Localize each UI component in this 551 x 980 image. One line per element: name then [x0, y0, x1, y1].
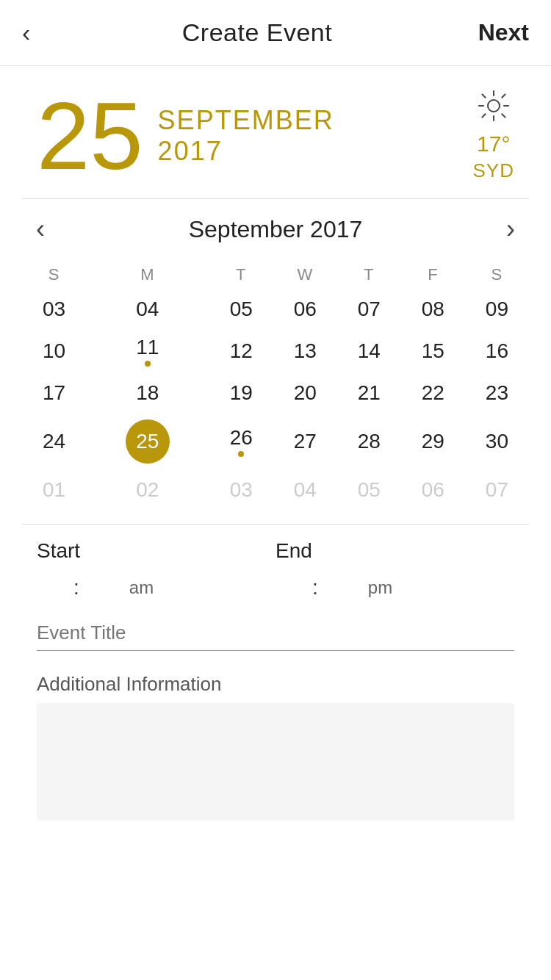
- calendar-day[interactable]: 27: [273, 412, 337, 471]
- calendar-day[interactable]: 15: [401, 328, 465, 374]
- calendar-day[interactable]: 18: [86, 374, 209, 412]
- weekday-header: T: [209, 259, 273, 290]
- calendar-day[interactable]: 16: [465, 328, 529, 374]
- event-dot: [238, 451, 244, 457]
- calendar-day[interactable]: 29: [401, 412, 465, 471]
- calendar-day[interactable]: 11: [86, 328, 209, 374]
- calendar-divider: [22, 524, 529, 525]
- calendar-day[interactable]: 23: [465, 374, 529, 412]
- end-label: End: [276, 539, 514, 563]
- calendar-day[interactable]: 02: [86, 471, 209, 509]
- hero-month: SEPTEMBER: [158, 105, 334, 136]
- calendar-day[interactable]: 04: [86, 290, 209, 328]
- additional-block: Additional Information: [0, 673, 551, 835]
- next-month-button[interactable]: ›: [492, 214, 529, 245]
- end-ampm[interactable]: pm: [368, 577, 392, 598]
- calendar-nav: ‹ September 2017 ›: [22, 214, 529, 245]
- weekday-header: T: [337, 259, 401, 290]
- calendar-day[interactable]: 07: [465, 471, 529, 509]
- calendar-day[interactable]: 08: [401, 290, 465, 328]
- calendar: ‹ September 2017 › SMTWTFS 0304050607080…: [0, 199, 551, 509]
- date-hero: 25 SEPTEMBER 2017 17° SYD: [0, 66, 551, 198]
- weekday-header: M: [86, 259, 209, 290]
- calendar-day[interactable]: 30: [465, 412, 529, 471]
- calendar-day[interactable]: 04: [273, 471, 337, 509]
- start-time-inputs: : am: [37, 576, 276, 599]
- hero-day: 25: [37, 88, 143, 184]
- calendar-day[interactable]: 13: [273, 328, 337, 374]
- start-colon: :: [73, 576, 79, 599]
- svg-line-7: [502, 94, 505, 97]
- calendar-month-year: September 2017: [189, 216, 363, 243]
- start-label: Start: [37, 539, 276, 563]
- calendar-day[interactable]: 20: [273, 374, 337, 412]
- time-section: Start : am End : pm: [0, 539, 551, 599]
- hero-month-year: SEPTEMBER 2017: [158, 105, 334, 167]
- event-title-group: [37, 621, 514, 651]
- header: ‹ Create Event Next: [0, 0, 551, 66]
- weekday-header: W: [273, 259, 337, 290]
- weekday-header: F: [401, 259, 465, 290]
- svg-line-5: [482, 94, 485, 97]
- calendar-day[interactable]: 07: [337, 290, 401, 328]
- calendar-day[interactable]: 10: [22, 328, 86, 374]
- calendar-day[interactable]: 05: [337, 471, 401, 509]
- calendar-day[interactable]: 24: [22, 412, 86, 471]
- calendar-day[interactable]: 05: [209, 290, 273, 328]
- weather-city: SYD: [473, 159, 514, 182]
- weather-block: 17° SYD: [473, 90, 514, 182]
- fields-section: [0, 599, 551, 651]
- calendar-day[interactable]: 09: [465, 290, 529, 328]
- weekday-header: S: [22, 259, 86, 290]
- svg-point-0: [488, 100, 500, 112]
- end-time-block: End : pm: [276, 539, 514, 599]
- calendar-day[interactable]: 03: [209, 471, 273, 509]
- calendar-day[interactable]: 03: [22, 290, 86, 328]
- calendar-grid: SMTWTFS 03040506070809101112131415161718…: [22, 259, 529, 509]
- calendar-day[interactable]: 01: [22, 471, 86, 509]
- additional-label: Additional Information: [37, 673, 514, 696]
- sun-icon: [478, 90, 510, 129]
- next-button[interactable]: Next: [455, 19, 529, 46]
- back-button[interactable]: ‹: [22, 18, 59, 47]
- start-ampm[interactable]: am: [129, 577, 154, 598]
- calendar-day[interactable]: 17: [22, 374, 86, 412]
- calendar-day[interactable]: 26: [209, 412, 273, 471]
- event-title-input[interactable]: [37, 621, 514, 651]
- page-title: Create Event: [182, 18, 332, 47]
- prev-month-button[interactable]: ‹: [22, 214, 59, 245]
- calendar-day[interactable]: 12: [209, 328, 273, 374]
- calendar-day[interactable]: 06: [273, 290, 337, 328]
- svg-line-8: [482, 114, 485, 117]
- calendar-day[interactable]: 06: [401, 471, 465, 509]
- event-dot: [145, 361, 151, 367]
- calendar-day[interactable]: 14: [337, 328, 401, 374]
- calendar-day[interactable]: 28: [337, 412, 401, 471]
- weekday-header: S: [465, 259, 529, 290]
- calendar-day[interactable]: 25: [86, 412, 209, 471]
- end-colon: :: [312, 576, 318, 599]
- weather-temp: 17°: [477, 131, 510, 156]
- hero-year: 2017: [158, 136, 334, 167]
- end-time-inputs: : pm: [276, 576, 514, 599]
- calendar-day[interactable]: 22: [401, 374, 465, 412]
- additional-info-box[interactable]: [37, 703, 514, 821]
- svg-line-6: [502, 114, 505, 117]
- calendar-day[interactable]: 19: [209, 374, 273, 412]
- start-time-block: Start : am: [37, 539, 276, 599]
- calendar-day[interactable]: 21: [337, 374, 401, 412]
